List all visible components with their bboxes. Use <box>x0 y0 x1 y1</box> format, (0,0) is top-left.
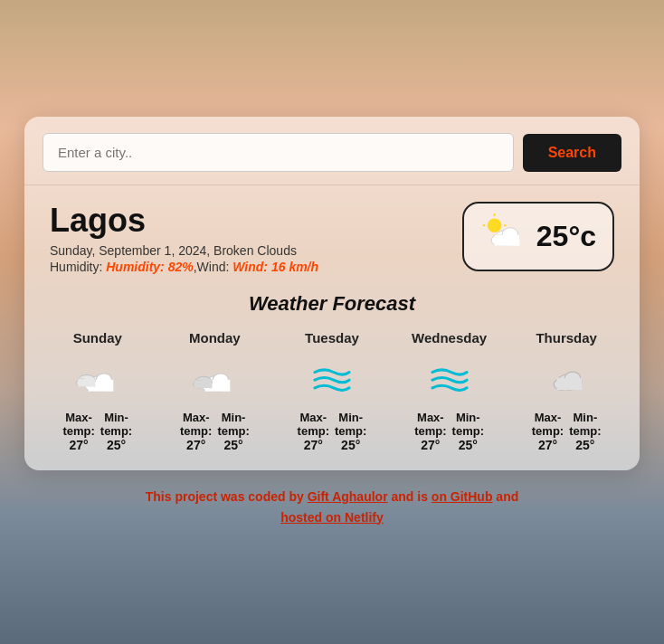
svg-rect-26 <box>557 378 583 390</box>
forecast-day-monday: Monday Max- temp: 27° <box>157 330 274 452</box>
temperature-badge: 25°c <box>462 202 614 271</box>
forecast-day-sunday: Sunday Max- temp: 27° <box>39 330 157 452</box>
footer-text-1: This project was coded by <box>146 489 308 504</box>
search-button[interactable]: Search <box>523 134 621 172</box>
humidity-label: Humidity: <box>50 260 106 274</box>
forecast-day-tuesday: Tuesday Max- temp: 27° Min- temp: <box>273 330 391 452</box>
max-temp-1: 27° <box>186 438 205 452</box>
city-search-input[interactable] <box>43 133 514 172</box>
weather-card: Search Lagos Sunday, September 1, 2024, … <box>24 117 640 470</box>
footer: This project was coded by Gift Aghaulor … <box>109 487 555 527</box>
min-label-0b: temp: <box>100 424 132 438</box>
day-name-3: Wednesday <box>412 330 487 346</box>
city-name: Lagos <box>50 202 318 240</box>
forecast-title: Weather Forecast <box>24 292 640 316</box>
svg-rect-22 <box>195 381 213 389</box>
wind-label: ,Wind: <box>194 260 233 274</box>
forecast-grid: Sunday Max- temp: 27° <box>24 330 640 452</box>
forecast-day-thursday: Thursday Max- temp: 27° Min- temp: <box>507 330 625 452</box>
day-name-4: Thursday <box>536 330 597 346</box>
footer-author-link[interactable]: Gift Aghaulor <box>308 489 388 504</box>
wind-value: Wind: 16 km/h <box>232 260 318 274</box>
footer-text-3: and <box>492 489 518 504</box>
svg-rect-15 <box>78 379 95 387</box>
min-temp-3: 25° <box>459 438 478 452</box>
min-temp-4: 25° <box>575 438 594 452</box>
forecast-temps-2: Max- temp: 27° Min- temp: 25° <box>298 411 367 452</box>
footer-text-2: and is <box>388 489 432 504</box>
forecast-icon-2 <box>308 353 356 403</box>
humidity-value: Humidity: 82% <box>106 260 193 274</box>
min-temp-2: 25° <box>341 438 360 452</box>
max-label-0: Max- <box>65 411 92 424</box>
city-info: Lagos Sunday, September 1, 2024, Broken … <box>50 202 318 274</box>
search-bar: Search <box>24 117 640 185</box>
forecast-icon-3 <box>426 353 473 403</box>
forecast-temps-0: Max- temp: 27° Min- temp: 25° <box>62 411 132 452</box>
min-temp-0: 25° <box>107 438 126 452</box>
forecast-temps-1: Max- temp: 27° Min- temp: 25° <box>180 411 250 452</box>
day-name-0: Sunday <box>73 330 122 346</box>
min-temp-1: 25° <box>224 438 243 452</box>
current-weather-icon <box>480 213 527 260</box>
city-date: Sunday, September 1, 2024, Broken Clouds <box>50 243 318 258</box>
max-temp-3: 27° <box>421 438 440 452</box>
footer-netlify-link[interactable]: hosted on Netlify <box>280 510 384 525</box>
current-temperature: 25°c <box>536 220 596 253</box>
forecast-day-wednesday: Wednesday Max- temp: 27° Min- temp: 25° <box>391 330 508 452</box>
forecast-icon-1 <box>191 353 238 403</box>
day-name-2: Tuesday <box>305 330 359 346</box>
max-temp-0: 27° <box>70 438 89 452</box>
city-humidity-wind: Humidity: Humidity: 82%,Wind: Wind: 16 k… <box>50 260 318 274</box>
forecast-icon-0 <box>74 353 121 403</box>
forecast-temps-4: Max- temp: 27° Min- temp: 25° <box>532 411 602 452</box>
day-name-1: Monday <box>189 330 241 346</box>
max-temp-2: 27° <box>304 438 323 452</box>
forecast-temps-3: Max- temp: 27° Min- temp: 25° <box>414 411 484 452</box>
forecast-icon-4 <box>543 353 590 403</box>
min-label-0: Min- <box>104 411 128 424</box>
svg-rect-8 <box>494 235 519 246</box>
max-label-0b: temp: <box>62 424 94 438</box>
svg-point-0 <box>488 219 502 233</box>
current-weather-section: Lagos Sunday, September 1, 2024, Broken … <box>24 185 640 283</box>
max-temp-4: 27° <box>538 438 557 452</box>
footer-github-link[interactable]: on GitHub <box>432 489 493 504</box>
